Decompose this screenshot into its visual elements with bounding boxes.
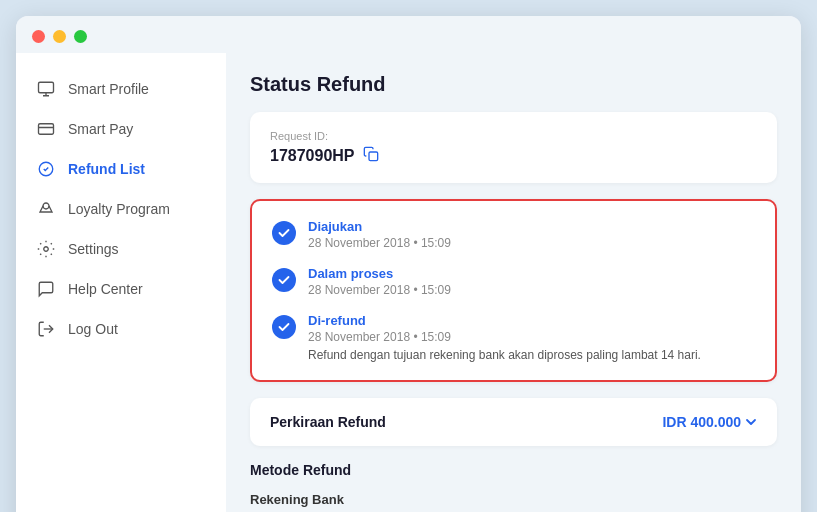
perkiraan-title: Perkiraan Refund — [270, 414, 386, 430]
svg-rect-9 — [369, 152, 378, 161]
sidebar-item-help-center[interactable]: Help Center — [16, 269, 226, 309]
sidebar-label-settings: Settings — [68, 241, 119, 257]
step-title-di-refund: Di-refund — [308, 313, 701, 328]
loyalty-program-icon — [36, 199, 56, 219]
request-id-row: 1787090HP — [270, 146, 757, 165]
page-title: Status Refund — [250, 73, 777, 96]
step-diajukan: Diajukan 28 November 2018 • 15:09 — [272, 219, 755, 250]
titlebar — [16, 16, 801, 53]
step-check-di-refund — [272, 315, 296, 339]
step-time-di-refund: 28 November 2018 • 15:09 — [308, 330, 701, 344]
copy-icon[interactable] — [363, 146, 379, 165]
step-check-dalam-proses — [272, 268, 296, 292]
step-time-dalam-proses: 28 November 2018 • 15:09 — [308, 283, 451, 297]
app-window: Smart Profile Smart Pay Refund List — [16, 16, 801, 512]
metode-section: Metode Refund Rekening Bank Nama Bank BC… — [250, 462, 777, 512]
sidebar-item-smart-profile[interactable]: Smart Profile — [16, 69, 226, 109]
sidebar-label-refund-list: Refund List — [68, 161, 145, 177]
step-content-diajukan: Diajukan 28 November 2018 • 15:09 — [308, 219, 451, 250]
refund-list-icon — [36, 159, 56, 179]
step-dalam-proses: Dalam proses 28 November 2018 • 15:09 — [272, 266, 755, 297]
sidebar: Smart Profile Smart Pay Refund List — [16, 53, 226, 512]
step-note-di-refund: Refund dengan tujuan rekening bank akan … — [308, 348, 701, 362]
rekening-label: Rekening Bank — [250, 492, 777, 507]
step-time-diajukan: 28 November 2018 • 15:09 — [308, 236, 451, 250]
metode-title: Metode Refund — [250, 462, 777, 478]
sidebar-label-help-center: Help Center — [68, 281, 143, 297]
smart-pay-icon — [36, 119, 56, 139]
perkiraan-amount[interactable]: IDR 400.000 — [662, 414, 757, 430]
sidebar-item-smart-pay[interactable]: Smart Pay — [16, 109, 226, 149]
step-content-dalam-proses: Dalam proses 28 November 2018 • 15:09 — [308, 266, 451, 297]
step-title-diajukan: Diajukan — [308, 219, 451, 234]
dot-close[interactable] — [32, 30, 45, 43]
step-content-di-refund: Di-refund 28 November 2018 • 15:09 Refun… — [308, 313, 701, 362]
sidebar-label-smart-profile: Smart Profile — [68, 81, 149, 97]
sidebar-item-settings[interactable]: Settings — [16, 229, 226, 269]
dot-maximize[interactable] — [74, 30, 87, 43]
dot-minimize[interactable] — [53, 30, 66, 43]
request-id-value: 1787090HP — [270, 147, 355, 165]
request-id-label: Request ID: — [270, 130, 757, 142]
svg-rect-0 — [39, 82, 54, 93]
sidebar-label-smart-pay: Smart Pay — [68, 121, 133, 137]
sidebar-item-refund-list[interactable]: Refund List — [16, 149, 226, 189]
request-id-card: Request ID: 1787090HP — [250, 112, 777, 183]
main-layout: Smart Profile Smart Pay Refund List — [16, 53, 801, 512]
log-out-icon — [36, 319, 56, 339]
svg-rect-3 — [39, 124, 54, 135]
chevron-down-icon — [745, 416, 757, 428]
svg-point-7 — [44, 247, 49, 252]
status-steps-card: Diajukan 28 November 2018 • 15:09 Dalam … — [250, 199, 777, 382]
step-check-diajukan — [272, 221, 296, 245]
help-center-icon — [36, 279, 56, 299]
svg-point-6 — [43, 203, 49, 209]
step-title-dalam-proses: Dalam proses — [308, 266, 451, 281]
sidebar-item-loyalty-program[interactable]: Loyalty Program — [16, 189, 226, 229]
sidebar-label-loyalty-program: Loyalty Program — [68, 201, 170, 217]
settings-icon — [36, 239, 56, 259]
smart-profile-icon — [36, 79, 56, 99]
sidebar-item-log-out[interactable]: Log Out — [16, 309, 226, 349]
sidebar-label-log-out: Log Out — [68, 321, 118, 337]
step-di-refund: Di-refund 28 November 2018 • 15:09 Refun… — [272, 313, 755, 362]
main-content: Status Refund Request ID: 1787090HP — [226, 53, 801, 512]
perkiraan-card: Perkiraan Refund IDR 400.000 — [250, 398, 777, 446]
